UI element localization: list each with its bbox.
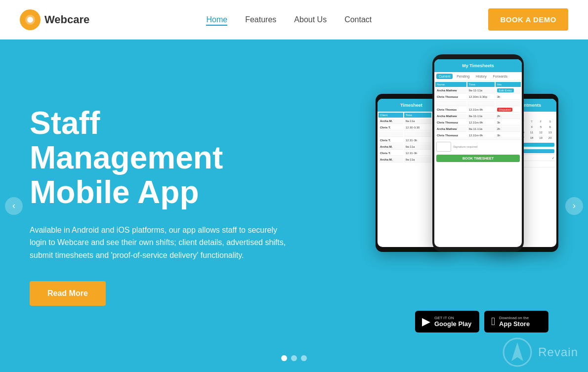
- screen-title-center: My Timesheets: [462, 63, 494, 68]
- phone-center: My Timesheets Current Pending History Fo…: [432, 54, 524, 252]
- hero-title-line1: Staff Management: [30, 105, 223, 175]
- hero-title-line2: Mobile App: [30, 174, 199, 210]
- navbar: Webcare Home Features About Us Contact B…: [0, 0, 588, 40]
- hero-section: ‹ Staff Management Mobile App Available …: [0, 40, 588, 372]
- google-play-text: GET IT ON Google Play: [434, 316, 471, 328]
- nav-link-contact[interactable]: Contact: [344, 15, 372, 24]
- nav-item-about[interactable]: About Us: [294, 15, 327, 24]
- logo[interactable]: Webcare: [20, 9, 89, 30]
- hero-title: Staff Management Mobile App: [30, 106, 296, 210]
- timesheet-table-center: NameTimeHrs Archa Mathew9a-11-11aEdit En…: [434, 81, 522, 139]
- phone-mockups: Timesheet ClientTimeHrs Archa M.9a-11a2h…: [376, 49, 558, 326]
- nav-item-features[interactable]: Features: [245, 15, 276, 24]
- google-play-badge[interactable]: ▶ GET IT ON Google Play: [415, 311, 479, 332]
- hero-content: Staff Management Mobile App Available in…: [0, 106, 296, 306]
- nav-item-home[interactable]: Home: [206, 15, 227, 24]
- read-more-button[interactable]: Read More: [30, 281, 106, 306]
- carousel-dot-1[interactable]: [281, 355, 287, 361]
- revain-text: Revain: [538, 345, 578, 359]
- apple-icon: : [491, 315, 495, 328]
- nav-link-features[interactable]: Features: [245, 15, 276, 24]
- logo-icon: [20, 9, 41, 30]
- app-badges: ▶ GET IT ON Google Play  Download on th…: [415, 311, 548, 332]
- svg-marker-4: [511, 342, 523, 361]
- book-demo-button[interactable]: BOOK A DEMO: [488, 8, 568, 31]
- carousel-dot-2[interactable]: [291, 355, 297, 361]
- nav-link-home[interactable]: Home: [206, 15, 227, 26]
- revain-watermark: Revain: [493, 332, 588, 372]
- google-play-icon: ▶: [422, 315, 430, 328]
- app-store-text: Download on the App Store: [499, 316, 530, 328]
- svg-point-2: [27, 17, 33, 23]
- carousel-next-button[interactable]: ›: [565, 197, 583, 215]
- carousel-dots: [281, 355, 307, 361]
- hero-description: Available in Android and iOS platforms, …: [30, 224, 287, 262]
- phone-screen-center: My Timesheets Current Pending History Fo…: [434, 59, 522, 247]
- nav-item-contact[interactable]: Contact: [344, 15, 372, 24]
- app-store-badge[interactable]:  Download on the App Store: [484, 311, 548, 332]
- screen-header-center: My Timesheets: [434, 59, 522, 72]
- logo-text: Webcare: [44, 13, 89, 26]
- carousel-dot-3[interactable]: [301, 355, 307, 361]
- nav-link-about[interactable]: About Us: [294, 15, 327, 24]
- revain-logo-icon: [503, 337, 532, 367]
- screen-title-left: Timesheet: [400, 103, 422, 108]
- nav-links: Home Features About Us Contact: [206, 15, 372, 24]
- carousel-prev-button[interactable]: ‹: [5, 197, 23, 215]
